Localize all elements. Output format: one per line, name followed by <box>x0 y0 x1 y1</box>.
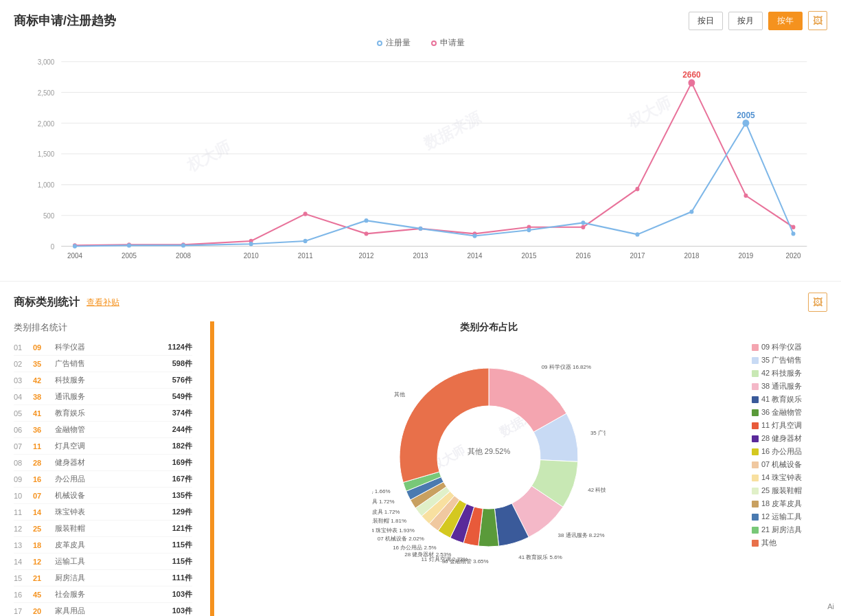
legend-item: 11 灯具空调 <box>752 420 827 431</box>
svg-point-55 <box>689 209 693 214</box>
section-header: 商标申请/注册趋势 按日 按月 按年 🖼 <box>14 11 827 30</box>
legend-color <box>752 448 759 455</box>
bottom-content: 类别排名统计 01 09 科学仪器 1124件 02 35 广告销售 598件 … <box>14 321 827 616</box>
rank-num: 08 <box>14 459 33 467</box>
rank-name: 金融物管 <box>55 424 172 435</box>
rank-count: 182件 <box>172 441 192 451</box>
donut-label: 21 厨房洁具 1.66% <box>372 488 391 494</box>
svg-text:2014: 2014 <box>468 251 483 259</box>
lookup-link[interactable]: 查看补贴 <box>87 297 119 308</box>
legend-label: 21 厨房洁具 <box>761 525 802 535</box>
donut-svg-wrap: 权大师 数据来源 09 科学仪器 16.82%35 广告销售 8.95%42 科… <box>372 341 606 576</box>
rank-num: 07 <box>14 442 33 450</box>
donut-label: 07 机械设备 2.02% <box>377 536 424 542</box>
table-row: 15 21 厨房洁具 111件 <box>14 570 192 586</box>
rank-name: 珠宝钟表 <box>55 507 172 517</box>
svg-point-45 <box>127 243 131 247</box>
legend-label: 35 广告销售 <box>761 355 802 365</box>
table-row: 03 42 科技服务 576件 <box>14 372 192 389</box>
legend-label: 14 珠宝钟表 <box>761 472 802 483</box>
donut-label: 35 广告销售 8.95% <box>590 430 605 436</box>
svg-point-44 <box>73 244 77 248</box>
table-row: 10 07 机械设备 135件 <box>14 488 192 504</box>
rank-count: 167件 <box>172 474 192 484</box>
donut-label: 其他 <box>394 391 405 398</box>
btn-month[interactable]: 按月 <box>728 12 763 30</box>
rank-count: 169件 <box>172 457 192 468</box>
rank-count: 1124件 <box>168 342 192 352</box>
rank-code: 42 <box>33 376 55 385</box>
legend-item: 07 机械设备 <box>752 459 827 470</box>
svg-text:1,500: 1,500 <box>38 150 55 158</box>
rank-name: 厨房洁具 <box>55 573 172 583</box>
legend-dot-pink <box>431 41 437 46</box>
rank-count: 374件 <box>172 408 192 418</box>
svg-point-53 <box>581 220 585 225</box>
legend-color <box>752 344 759 351</box>
svg-text:2010: 2010 <box>244 251 259 259</box>
chart-legend: 注册量 申请量 <box>14 37 827 49</box>
legend-label: 36 金融物管 <box>761 407 802 418</box>
rank-count: 103件 <box>172 589 192 600</box>
rank-code: 21 <box>33 574 55 582</box>
header-controls: 按日 按月 按年 🖼 <box>689 11 827 30</box>
svg-text:0: 0 <box>51 242 55 250</box>
donut-label: 12 运输工具 1.72% <box>372 499 395 505</box>
svg-point-33 <box>303 212 308 216</box>
rank-code: 41 <box>33 409 55 418</box>
legend-color <box>752 396 759 403</box>
svg-point-50 <box>419 227 423 231</box>
legend-color <box>752 501 759 507</box>
legend-color <box>752 422 759 429</box>
table-row: 07 11 灯具空调 182件 <box>14 438 192 455</box>
donut-label: 14 珠宝钟表 1.93% <box>372 527 415 534</box>
legend-color <box>752 383 759 390</box>
rank-name: 办公用品 <box>55 474 172 484</box>
svg-text:2004: 2004 <box>67 251 82 259</box>
rank-code: 36 <box>33 426 55 434</box>
legend-label: 42 科技服务 <box>761 368 802 378</box>
btn-year[interactable]: 按年 <box>768 12 803 30</box>
legend-right: 09 科学仪器 35 广告销售 42 科技服务 38 通讯服务 41 教育娱乐 … <box>752 342 827 548</box>
table-row: 08 28 健身器材 169件 <box>14 455 192 471</box>
rank-code: 35 <box>33 360 55 368</box>
svg-point-49 <box>365 218 369 223</box>
bottom-header: 商标类别统计 查看补贴 🖼 <box>14 293 827 312</box>
rank-count: 135件 <box>172 490 192 501</box>
donut-label: 18 皮革皮具 1.72% <box>372 509 400 515</box>
legend-label: 其他 <box>761 538 776 548</box>
svg-point-39 <box>635 187 639 191</box>
legend-label: 12 运输工具 <box>761 512 802 522</box>
btn-day[interactable]: 按日 <box>689 12 723 30</box>
rank-name: 科技服务 <box>55 375 172 385</box>
ranking-table: 类别排名统计 01 09 科学仪器 1124件 02 35 广告销售 598件 … <box>14 321 192 616</box>
svg-text:2005: 2005 <box>737 110 754 120</box>
legend-item: 09 科学仪器 <box>752 342 827 352</box>
legend-label: 11 灯具空调 <box>761 420 802 431</box>
rank-num: 12 <box>14 525 33 533</box>
table-row: 13 18 皮革皮具 115件 <box>14 537 192 554</box>
table-row: 09 16 办公用品 167件 <box>14 471 192 488</box>
rank-count: 549件 <box>172 391 192 402</box>
svg-text:2012: 2012 <box>359 251 374 259</box>
rank-name: 通讯服务 <box>55 391 172 402</box>
table-row: 02 35 广告销售 598件 <box>14 356 192 372</box>
rank-name: 服装鞋帽 <box>55 523 172 534</box>
donut-container: 类别分布占比 权大师 数据来源 09 科学仪器 16.82%35 广告销售 8.… <box>232 321 745 576</box>
legend-apply: 申请量 <box>431 37 465 49</box>
export-icon[interactable]: 🖼 <box>808 11 827 30</box>
table-row: 04 38 通讯服务 549件 <box>14 389 192 405</box>
legend-item: 25 服装鞋帽 <box>752 486 827 496</box>
rank-count: 103件 <box>172 606 192 616</box>
rank-count: 115件 <box>172 556 192 567</box>
svg-text:2015: 2015 <box>521 251 536 259</box>
svg-point-40 <box>688 79 695 87</box>
bottom-export-icon[interactable]: 🖼 <box>808 293 827 312</box>
ranking-title: 类别排名统计 <box>14 321 192 334</box>
donut-label: 28 健身器材 2.53% <box>404 551 451 558</box>
legend-label: 09 科学仪器 <box>761 342 802 352</box>
svg-text:2019: 2019 <box>738 251 753 259</box>
rank-num: 09 <box>14 475 33 483</box>
table-row: 16 45 社会服务 103件 <box>14 586 192 603</box>
rank-num: 05 <box>14 409 33 418</box>
